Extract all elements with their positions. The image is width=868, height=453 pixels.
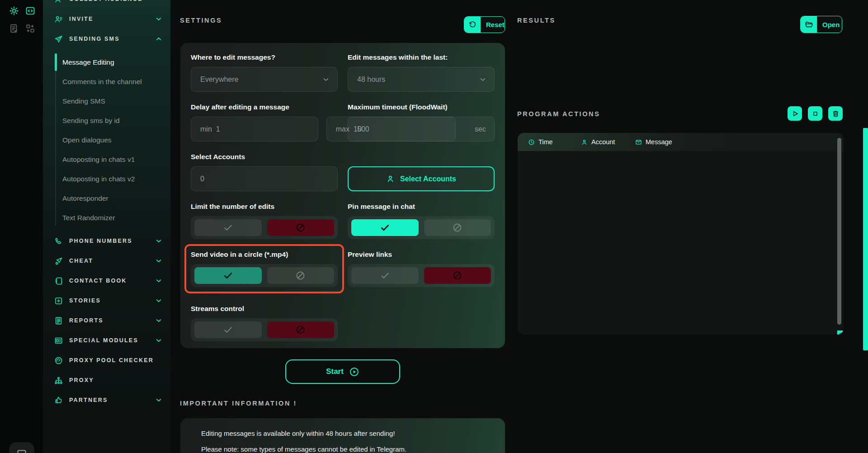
sidebar-item-special-modules[interactable]: SPECIAL MODULES [43, 330, 170, 350]
table-resize-handle[interactable] [837, 330, 843, 335]
page-scrollbar[interactable] [863, 128, 868, 350]
sidebar-item-partners[interactable]: PARTNERS [43, 390, 170, 410]
reports-icon [54, 316, 63, 325]
start-button[interactable]: Start [285, 359, 400, 384]
accounts-count-input[interactable] [200, 175, 329, 183]
pin-message-disable-button[interactable] [424, 219, 491, 236]
folder-open-icon [805, 20, 813, 29]
run-button[interactable] [788, 106, 802, 121]
preview-links-enable-button[interactable] [351, 267, 419, 284]
min-prefix: min [200, 125, 212, 133]
sidebar-subitem-open-dialogues[interactable]: Open dialogues [55, 130, 170, 150]
ban-icon [452, 270, 462, 281]
important-information-title: IMPORTANT INFORMATION ! [180, 400, 297, 407]
sidebar-subitem-message-editing[interactable]: Message Editing [55, 52, 170, 72]
accounts-label: Select Accounts [191, 153, 338, 161]
pin-message-enable-button[interactable] [351, 219, 419, 236]
ban-icon [295, 325, 306, 335]
person-icon [386, 175, 395, 183]
sidebar-subitem-comments-in-the-channel[interactable]: Comments in the channel [55, 72, 170, 91]
phone-icon [54, 237, 63, 245]
delay-label: Delay after editing a message [191, 103, 338, 111]
column-header-account: Account [581, 138, 635, 146]
check-icon [380, 222, 390, 233]
resize-arrow-icon [838, 331, 843, 335]
sidebar-item-contact-book[interactable]: CONTACT BOOK [43, 271, 170, 291]
sidebar-item-stories[interactable]: STORIES [43, 291, 170, 311]
within-select[interactable]: 48 hours [348, 67, 495, 92]
streams-control-enable-button[interactable] [194, 321, 262, 338]
reset-button[interactable]: Reset [464, 16, 505, 33]
info-line: Please note: some types of messages cann… [201, 445, 491, 453]
reset-label: Reset [481, 17, 505, 33]
stories-icon [54, 297, 63, 305]
where-select[interactable]: Everywhere [191, 67, 338, 92]
sidebar-menu: COLLECT AUDIENCEINVITESENDING SMSMessage… [43, 0, 170, 410]
trash-button[interactable] [828, 106, 843, 121]
sidebar-item-phone-numbers[interactable]: PHONE NUMBERS [43, 231, 170, 251]
within-value: 48 hours [357, 76, 385, 84]
stop-button[interactable] [808, 106, 822, 121]
limit-edits-toggle [191, 216, 338, 239]
doc-check-icon[interactable] [9, 24, 19, 33]
play-circle-icon [349, 367, 359, 377]
sidebar-item-proxy[interactable]: PROXY [43, 370, 170, 390]
sidebar-item-invite[interactable]: INVITE [43, 9, 170, 29]
preview-links-toggle [348, 264, 495, 287]
column-header-message: Message [635, 138, 672, 146]
timeout-field: sec [348, 117, 495, 142]
field-preview-links: Preview links [348, 250, 495, 287]
sidebar-subitem-autoposting-in-chats-v1[interactable]: Autoposting in chats v1 [55, 150, 170, 169]
settings-card: Where to edit messages? Everywhere Edit … [180, 43, 505, 348]
field-timeout: Maximum timeout (FloodWait) sec [348, 103, 495, 142]
limit-edits-enable-button[interactable] [194, 219, 262, 236]
select-accounts-button[interactable]: Select Accounts [348, 166, 495, 191]
preview-links-disable-button[interactable] [424, 267, 491, 284]
code-window-icon[interactable] [25, 6, 35, 16]
field-where: Where to edit messages? Everywhere [191, 53, 338, 92]
chevron-down-icon [155, 396, 162, 404]
chat-button[interactable] [9, 442, 34, 453]
accounts-count-field [191, 166, 338, 191]
sidebar-subitem-autoposting-in-chats-v2[interactable]: Autoposting in chats v2 [55, 169, 170, 189]
sidebar-item-cheat[interactable]: CHEAT [43, 251, 170, 271]
open-button[interactable]: Open [800, 16, 842, 33]
field-accounts-button: Select Accounts [348, 153, 495, 191]
pin-message-toggle [348, 216, 495, 239]
timeout-input[interactable] [357, 125, 471, 133]
sidebar-subitem-text-randomizer[interactable]: Text Randomizer [55, 208, 170, 227]
sidebar-item-sending-sms[interactable]: SENDING SMS [43, 29, 170, 49]
sidebar-item-proxy-pool-checker[interactable]: PROXY POOL CHECKER [43, 350, 170, 370]
sidebar-subitem-sending-sms[interactable]: Sending SMS [55, 91, 170, 111]
send-video-label: Send video in a circle (*.mp4) [191, 250, 338, 259]
empty-cell [348, 298, 495, 353]
chevron-up-icon [155, 35, 162, 42]
send-video-enable-button[interactable] [194, 267, 262, 284]
sidebar-subitem-sending-sms-by-id[interactable]: Sending sms by id [55, 111, 170, 130]
check-icon [223, 222, 233, 233]
chat-bubble-icon [16, 448, 28, 453]
trash-icon [832, 110, 840, 118]
rotate-ccw-icon [468, 20, 477, 29]
check-icon [223, 270, 233, 281]
delay-min-input[interactable] [216, 125, 310, 133]
gear-icon[interactable] [9, 6, 19, 16]
sidebar-item-collect-audience[interactable]: COLLECT AUDIENCE [43, 0, 170, 9]
chevron-down-icon [155, 15, 162, 23]
main-content: SETTINGS Reset Where to edit messages? E… [170, 0, 868, 453]
chevron-down-icon [155, 337, 162, 344]
info-line: Editing messages is available only withi… [201, 429, 491, 438]
streams-control-disable-button[interactable] [267, 321, 335, 338]
limit-edits-disable-button[interactable] [267, 219, 335, 236]
sidebar: COLLECT AUDIENCEINVITESENDING SMSMessage… [43, 0, 170, 453]
chevron-down-icon [155, 237, 162, 245]
swap-icon[interactable] [25, 24, 35, 33]
sidebar-subitem-autoresponder[interactable]: Autoresponder [55, 189, 170, 208]
ban-icon [295, 222, 306, 233]
sidebar-item-reports[interactable]: REPORTS [43, 311, 170, 330]
field-within: Edit messages within the last: 48 hours [348, 53, 495, 92]
send-video-disable-button[interactable] [267, 267, 335, 284]
limit-edits-label: Limit the number of edits [191, 203, 338, 211]
table-scrollbar[interactable] [837, 138, 841, 325]
important-information-card: Editing messages is available only withi… [180, 418, 505, 453]
